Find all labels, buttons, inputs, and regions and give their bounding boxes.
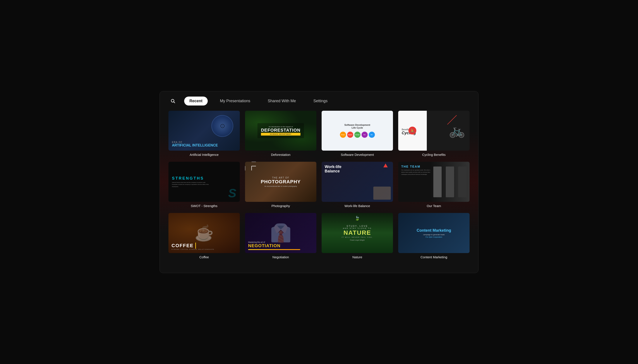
sdlc-circle-4: Test <box>362 132 368 138</box>
nature-stay-label: AND STAY CLOSE TO <box>342 227 373 229</box>
swot-bg-letter: S <box>228 186 236 200</box>
card-deforestation[interactable]: An introduction to the impact of DEFORES… <box>245 111 316 157</box>
card-software[interactable]: Software Development Life Cycle Design S… <box>322 111 393 157</box>
thumbnail-coffee: ☕ COFFEE STRONG COFFEE STRONG RELATIONSH… <box>168 213 240 253</box>
thumbnail-cycling: Benefits of Cycling 🚴 🚲 <box>398 111 470 151</box>
ai-era-label: ERA OF <box>172 141 218 144</box>
card-label-coffee: Coffee <box>168 255 240 259</box>
card-nature[interactable]: STUDY, LOVE AND STAY CLOSE TO NATURE IT … <box>322 213 393 259</box>
worklife-title-label: Work-lifeBalance <box>325 165 342 174</box>
thumbnail-negotiation: 👔 Mastering the art of NEGOTIATION <box>245 213 316 253</box>
swot-strengths-label: STRENGTHS <box>172 176 204 181</box>
card-label-cycling: Cycling Benefits <box>398 153 470 156</box>
nature-title-label: NATURE <box>342 229 373 236</box>
card-label-nature: Nature <box>322 255 393 259</box>
card-label-ourteam: Our Team <box>398 204 470 208</box>
cycling-icon: 🚴 <box>409 127 416 134</box>
card-coffee[interactable]: ☕ COFFEE STRONG COFFEE STRONG RELATIONSH… <box>168 213 240 259</box>
card-ourteam[interactable]: THE TEAM Our employees are our greatest … <box>398 162 470 208</box>
card-cycling[interactable]: Benefits of Cycling 🚴 🚲 Cycling Benefits <box>398 111 470 157</box>
sdlc-circle-2: Support <box>347 132 353 138</box>
card-label-negotiation: Negotiation <box>245 255 316 259</box>
coffee-bar <box>195 242 196 249</box>
content-area: ⊙ ERA OF ARTIFICIAL INTELLIGENCE Artific… <box>160 111 478 273</box>
card-label-worklife: Work-life Balance <box>322 204 393 208</box>
card-negotiation[interactable]: 👔 Mastering the art of NEGOTIATION Negot… <box>245 213 316 259</box>
nav-bar: Recent My Presentations Shared With Me S… <box>160 91 478 111</box>
tab-settings[interactable]: Settings <box>308 96 333 106</box>
sdlc-circle-5: Dev <box>369 132 375 138</box>
coffee-sub-label: STRONG COFFEE STRONG RELATIONSHIPS <box>171 249 214 250</box>
negotiation-title-label: NEGOTIATION <box>248 243 313 248</box>
card-content-marketing[interactable]: Content Marketing campaign to generate l… <box>398 213 470 259</box>
card-ai[interactable]: ⊙ ERA OF ARTIFICIAL INTELLIGENCE Artific… <box>168 111 240 157</box>
thumbnail-photography: THE ART OF PHOTOGRAPHY An unconventional… <box>245 162 316 202</box>
tab-recent[interactable]: Recent <box>184 96 208 106</box>
card-label-content-marketing: Content Marketing <box>398 255 470 259</box>
thumbnail-worklife: Work-lifeBalance <box>322 162 393 202</box>
nature-study-label: STUDY, LOVE <box>342 225 373 227</box>
sdlc-title: Software Development Life Cycle <box>340 124 375 129</box>
card-photography[interactable]: THE ART OF PHOTOGRAPHY An unconventional… <box>245 162 316 208</box>
search-button[interactable] <box>168 96 177 105</box>
deforestation-badge: SCIENCE DEPARTMENT <box>261 133 300 136</box>
thumbnail-deforestation: An introduction to the impact of DEFORES… <box>245 111 316 151</box>
worklife-triangle <box>383 164 388 168</box>
card-label-software: Software Development <box>322 153 393 156</box>
thumbnail-ourteam: THE TEAM Our employees are our greatest … <box>398 162 470 202</box>
thumbnail-software: Software Development Life Cycle Design S… <box>322 111 393 151</box>
ourteam-photos <box>430 162 470 202</box>
deforestation-intro: An introduction to the impact of <box>261 126 300 128</box>
thumbnail-swot: STRENGTHS Internal factors that have led… <box>168 162 240 202</box>
ai-orb: ⊙ <box>211 115 233 137</box>
thumbnail-nature: STUDY, LOVE AND STAY CLOSE TO NATURE IT … <box>322 213 393 253</box>
card-worklife[interactable]: Work-lifeBalance Work-life Balance <box>322 162 393 208</box>
card-label-ai: Artificial Intelligence <box>168 153 240 156</box>
ourteam-sub-label: Our employees are our greatest asset. We… <box>401 169 434 176</box>
deforestation-main: DEFORESTATION <box>261 128 300 133</box>
negotiation-bar <box>248 249 300 250</box>
tab-shared-with-me[interactable]: Shared With Me <box>262 96 301 106</box>
card-label-photography: Photography <box>245 204 316 208</box>
sdlc-circle-1: Design <box>340 132 346 138</box>
photo-art-label: THE ART OF <box>261 176 301 179</box>
card-label-swot: SWOT - Strengths <box>168 204 240 208</box>
photo-photography-label: PHOTOGRAPHY <box>261 179 301 184</box>
nature-leaf-icon: 🍃 <box>355 216 360 221</box>
sdlc-circle-3: Concept <box>354 132 361 138</box>
svg-line-1 <box>174 102 175 103</box>
content-marketing-corp-label: For Zyfer Corporation <box>417 236 451 238</box>
content-marketing-sub-label: campaign to generate leads <box>417 234 451 236</box>
tab-my-presentations[interactable]: My Presentations <box>215 96 255 106</box>
negotiation-mastering-label: Mastering the art of <box>248 241 313 243</box>
coffee-title-label: COFFEE <box>171 243 194 248</box>
swot-text-label: Internal factors that have led the compa… <box>172 182 211 188</box>
worklife-image <box>373 186 391 200</box>
photo-subtitle-label: An unconventional take on modern photogr… <box>261 186 301 187</box>
bicycle-image: 🚲 <box>449 123 465 138</box>
sdlc-diagram: Software Development Life Cycle Design S… <box>324 113 391 149</box>
app-window: Recent My Presentations Shared With Me S… <box>160 91 478 273</box>
nature-it-will-label: IT WILL NEVER FAIL YOU. <box>342 236 373 238</box>
content-marketing-title-label: Content Marketing <box>417 228 451 233</box>
thumbnail-ai: ⊙ ERA OF ARTIFICIAL INTELLIGENCE <box>168 111 240 151</box>
ai-title-label: ARTIFICIAL INTELLIGENCE <box>172 144 218 147</box>
card-swot[interactable]: STRENGTHS Internal factors that have led… <box>168 162 240 208</box>
nature-author-label: Frank Lloyd Wright <box>342 239 373 241</box>
presentations-grid: ⊙ ERA OF ARTIFICIAL INTELLIGENCE Artific… <box>168 111 470 259</box>
card-label-deforestation: Deforestation <box>245 153 316 156</box>
thumbnail-content-marketing: Content Marketing campaign to generate l… <box>398 213 470 253</box>
